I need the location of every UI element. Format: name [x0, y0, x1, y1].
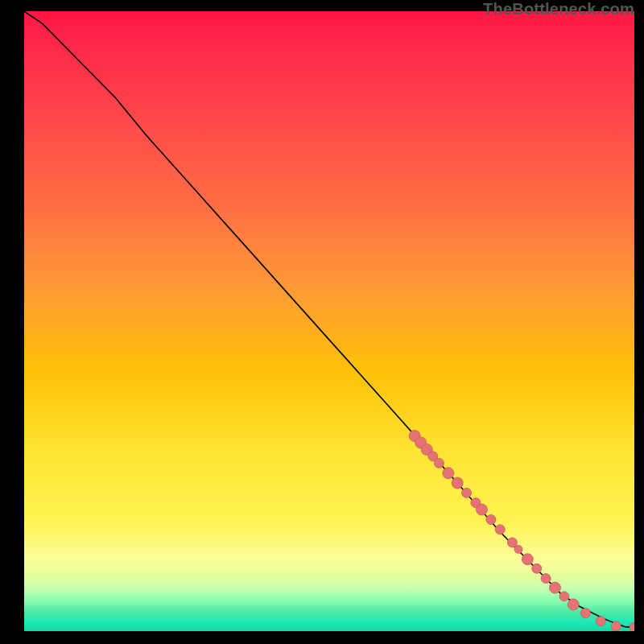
scatter-point [514, 545, 522, 553]
curve-line [24, 11, 634, 627]
scatter-point [507, 538, 517, 547]
scatter-point [580, 609, 590, 618]
scatter-point [596, 617, 605, 626]
scatter-point [452, 477, 463, 489]
scatter-point [443, 468, 454, 479]
scatter-point [522, 554, 533, 565]
watermark-text: TheBottleneck.com [483, 0, 634, 19]
scatter-points [409, 430, 634, 631]
scatter-point [568, 599, 579, 610]
scatter-point [477, 504, 488, 515]
scatter-point [549, 582, 560, 593]
scatter-point [532, 564, 542, 573]
chart-stage: TheBottleneck.com [0, 0, 644, 644]
scatter-point [541, 574, 551, 584]
scatter-point [495, 525, 505, 535]
chart-svg [24, 11, 634, 631]
scatter-point [559, 592, 569, 601]
scatter-point [611, 621, 621, 631]
scatter-point [462, 488, 472, 497]
plot-area [24, 11, 634, 631]
scatter-point [434, 458, 444, 468]
scatter-point [486, 514, 496, 524]
scatter-point [630, 622, 634, 631]
